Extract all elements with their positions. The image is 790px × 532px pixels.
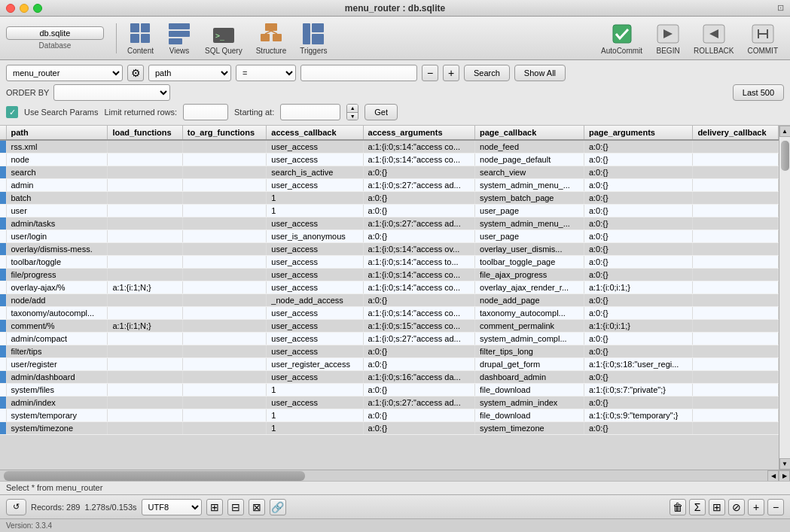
table-row[interactable]: admin/tasksuser_accessa:1:{i:0;s:27:"acc…: [0, 217, 779, 230]
last-500-button[interactable]: Last 500: [733, 84, 784, 101]
scroll-left-arrow[interactable]: ◀: [767, 470, 779, 482]
grid-view-button[interactable]: ⊞: [206, 499, 223, 515]
structure-icon: [259, 22, 283, 46]
minimize-button[interactable]: [20, 4, 29, 13]
stepper-down[interactable]: ▼: [347, 113, 358, 120]
triggers-icon: [301, 22, 325, 46]
table-row[interactable]: system/files1a:0:{}file_downloada:1:{i:0…: [0, 384, 779, 397]
scroll-right-arrow[interactable]: ▶: [779, 470, 790, 482]
table-row[interactable]: rss.xmluser_accessa:1:{i:0;s:14:"access …: [0, 140, 779, 154]
table-row[interactable]: batch1a:0:{}system_batch_pagea:0:{}: [0, 192, 779, 205]
table-row[interactable]: admin/indexuser_accessa:1:{i:0;s:27:"acc…: [0, 397, 779, 409]
order-by-select[interactable]: [53, 84, 170, 101]
cell-path: file/progress: [6, 269, 108, 281]
table-row[interactable]: system/temporary1a:0:{}file_downloada:1:…: [0, 409, 779, 422]
refresh-button[interactable]: ↺: [6, 499, 26, 515]
use-search-checkbox[interactable]: ✓: [6, 106, 18, 118]
table-row[interactable]: toolbar/toggleuser_accessa:1:{i:0;s:14:"…: [0, 256, 779, 269]
value-input[interactable]: [300, 65, 417, 81]
col-load-functions[interactable]: load_functions: [108, 126, 182, 140]
cell-path: node/add: [6, 294, 108, 307]
cell-page-callback: file_ajax_progress: [475, 269, 584, 281]
limit-input[interactable]: [183, 104, 228, 120]
col-delivery-callback[interactable]: delivery_callback: [693, 126, 779, 140]
table-row[interactable]: adminuser_accessa:1:{i:0;s:27:"access ad…: [0, 179, 779, 192]
no-button[interactable]: ⊘: [728, 499, 745, 515]
rollback-label: ROLLBACK: [694, 47, 734, 55]
cell-load-functions: [108, 243, 182, 256]
h-scroll-thumb[interactable]: [4, 471, 305, 481]
col-page-arguments[interactable]: page_arguments: [584, 126, 692, 140]
add-filter-button[interactable]: +: [443, 65, 459, 81]
h-scroll-arrows[interactable]: ◀ ▶: [767, 470, 790, 482]
table-row[interactable]: user1a:0:{}user_pagea:0:{}: [0, 205, 779, 217]
table-row[interactable]: filter/tipsuser_accessa:0:{}filter_tips_…: [0, 345, 779, 358]
row-stepper[interactable]: ▲ ▼: [346, 104, 358, 120]
table-row[interactable]: system/timezone1a:0:{}system_timezonea:0…: [0, 422, 779, 435]
toolbar-structure[interactable]: Structure: [250, 19, 293, 58]
vertical-scrollbar[interactable]: ▲ ▼: [779, 126, 790, 470]
col-to-arg-functions[interactable]: to_arg_functions: [182, 126, 266, 140]
table-config-button[interactable]: ⚙: [127, 65, 144, 81]
encoding-select[interactable]: UTF8: [142, 499, 202, 515]
cell-load-functions: [108, 217, 182, 230]
table-row[interactable]: taxonomy/autocompl...user_accessa:1:{i:0…: [0, 307, 779, 320]
table-row[interactable]: searchsearch_is_activea:0:{}search_viewa…: [0, 166, 779, 179]
remove-filter-button[interactable]: −: [422, 65, 438, 81]
row-indicator: [0, 243, 6, 256]
toolbar-sql-query[interactable]: >_ SQL Query: [199, 19, 249, 58]
timing-info: 1.278s/0.153s: [84, 503, 136, 512]
table-row[interactable]: nodeuser_accessa:1:{i:0;s:14:"access co.…: [0, 154, 779, 166]
h-scroll-track[interactable]: [0, 470, 767, 481]
operator-select[interactable]: =: [236, 65, 296, 81]
col-page-callback[interactable]: page_callback: [475, 126, 584, 140]
cell-path: admin: [6, 179, 108, 192]
column-button[interactable]: ⊞: [709, 499, 725, 515]
close-button[interactable]: [6, 4, 15, 13]
begin-button[interactable]: BEGIN: [650, 19, 686, 58]
horizontal-scrollbar[interactable]: ◀ ▶: [0, 470, 790, 481]
field-select[interactable]: path: [148, 65, 231, 81]
table-scroll[interactable]: path load_functions to_arg_functions acc…: [0, 126, 779, 470]
toolbar-triggers[interactable]: Triggers: [294, 19, 333, 58]
list-view-button[interactable]: ⊟: [227, 499, 244, 515]
scroll-up-arrow[interactable]: ▲: [779, 126, 791, 137]
maximize-button[interactable]: [33, 4, 42, 13]
link-button[interactable]: 🔗: [270, 499, 286, 515]
table-row[interactable]: overlay/dismiss-mess.user_accessa:1:{i:0…: [0, 243, 779, 256]
table-row[interactable]: admin/dashboarduser_accessa:1:{i:0;s:16:…: [0, 371, 779, 384]
col-access-arguments[interactable]: access_arguments: [363, 126, 474, 140]
starting-at-input[interactable]: [280, 104, 340, 120]
row-indicator: [0, 307, 6, 320]
scroll-track[interactable]: [779, 137, 790, 458]
toolbar-content[interactable]: Content: [121, 19, 160, 58]
add-row-button[interactable]: +: [748, 499, 764, 515]
autocommit-button[interactable]: AutoCommit: [595, 19, 648, 58]
show-all-button[interactable]: Show All: [514, 65, 566, 81]
col-path[interactable]: path: [6, 126, 108, 140]
database-button[interactable]: db.sqlite: [6, 26, 104, 40]
table-row[interactable]: user/registeruser_register_accessa:0:{}d…: [0, 358, 779, 371]
table-row[interactable]: overlay-ajax/%a:1:{i:1;N;}user_accessa:1…: [0, 281, 779, 294]
cell-path: batch: [6, 192, 108, 205]
scroll-down-arrow[interactable]: ▼: [779, 458, 791, 470]
stepper-up[interactable]: ▲: [347, 105, 358, 113]
delete-button[interactable]: 🗑: [670, 499, 686, 515]
remove-row-button[interactable]: −: [767, 499, 784, 515]
col-access-callback[interactable]: access_callback: [267, 126, 363, 140]
table-select[interactable]: menu_router: [6, 65, 123, 81]
scroll-thumb[interactable]: [781, 141, 789, 171]
table-row[interactable]: comment/%a:1:{i:1;N;}user_accessa:1:{i:0…: [0, 320, 779, 333]
toolbar-views[interactable]: Views: [161, 19, 197, 58]
table-row[interactable]: node/add_node_add_accessa:0:{}node_add_p…: [0, 294, 779, 307]
rollback-button[interactable]: ROLLBACK: [688, 19, 740, 58]
table-row[interactable]: user/loginuser_is_anonymousa:0:{}user_pa…: [0, 230, 779, 243]
get-button[interactable]: Get: [364, 104, 398, 120]
window-controls[interactable]: [6, 4, 42, 13]
table-row[interactable]: admin/compactuser_accessa:1:{i:0;s:27:"a…: [0, 333, 779, 345]
search-button[interactable]: Search: [464, 65, 510, 81]
table-row[interactable]: file/progressuser_accessa:1:{i:0;s:14:"a…: [0, 269, 779, 281]
export-button[interactable]: ⊠: [249, 499, 265, 515]
sum-button[interactable]: Σ: [689, 499, 706, 515]
commit-button[interactable]: COMMIT: [741, 19, 784, 58]
